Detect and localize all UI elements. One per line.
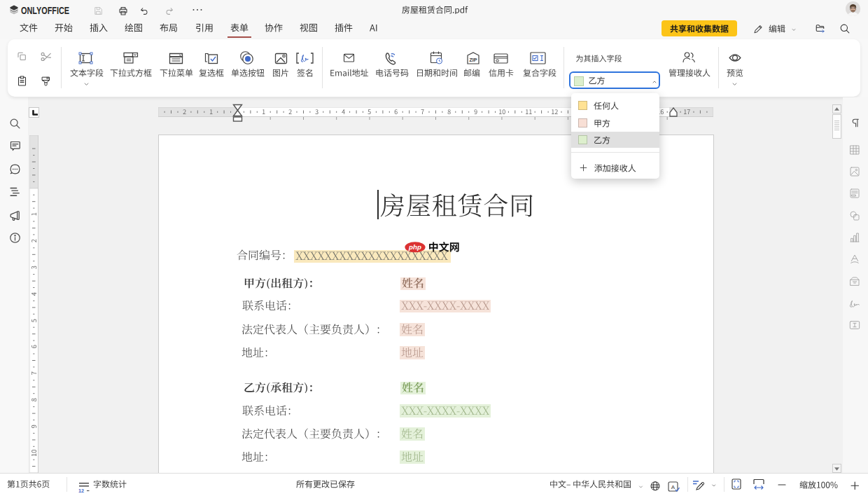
svg-text:php: php [408, 243, 421, 251]
svg-text:12: 12 [78, 488, 84, 493]
svg-text:ZIP: ZIP [470, 57, 477, 62]
svg-text:A: A [671, 484, 676, 490]
